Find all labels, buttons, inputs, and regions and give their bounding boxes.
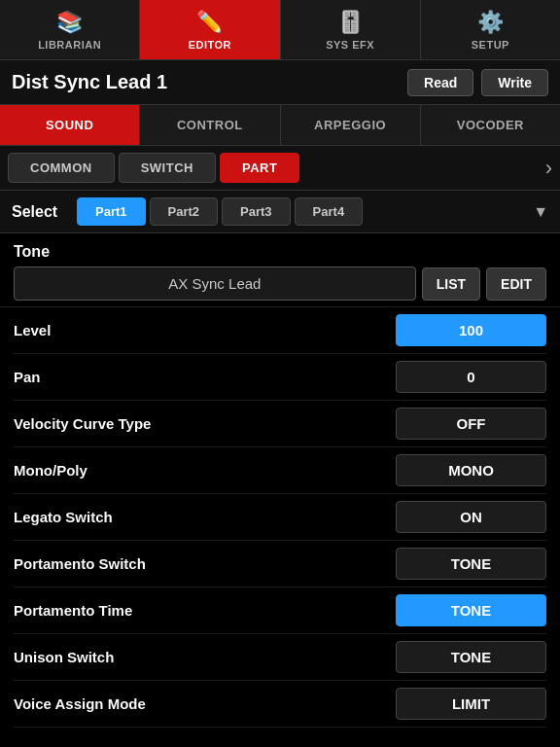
tab-vocoder[interactable]: VOCODER (421, 105, 560, 145)
param-name-legato-switch: Legato Switch (14, 509, 396, 525)
nav-setup-label: SETUP (472, 39, 509, 51)
nav-librarian-label: LIBRARIAN (38, 39, 101, 51)
subtab-common[interactable]: COMMON (8, 153, 115, 183)
param-name-unison-switch: Unison Switch (14, 649, 396, 665)
param-name-mono-poly: Mono/Poly (14, 462, 396, 479)
subtab-switch[interactable]: SWITCH (119, 153, 216, 183)
param-row-portamento-switch: Portamento SwitchTONE (14, 541, 546, 587)
write-button[interactable]: Write (481, 69, 548, 96)
patch-title: Dist Sync Lead 1 (12, 71, 400, 93)
param-row-level: Level100 (14, 307, 546, 354)
param-row-unison-switch: Unison SwitchTONE (14, 634, 546, 681)
tone-section: Tone LIST EDIT (0, 233, 560, 307)
nav-librarian[interactable]: 📚 LIBRARIAN (0, 0, 140, 59)
param-row-pan: Pan0 (14, 354, 546, 401)
nav-sysefx[interactable]: 🎚️ SYS EFX (281, 0, 421, 59)
part-dropdown-icon[interactable]: ▼ (533, 203, 548, 221)
param-value-legato-switch[interactable]: ON (396, 501, 546, 533)
tab-sound[interactable]: SOUND (0, 105, 140, 145)
param-name-portamento-switch: Portamento Switch (14, 555, 396, 572)
param-row-voice-assign-mode: Voice Assign ModeLIMIT (14, 681, 546, 728)
param-name-portamento-time: Portamento Time (14, 602, 396, 619)
header-bar: Dist Sync Lead 1 Read Write (0, 60, 560, 105)
read-button[interactable]: Read (407, 69, 473, 96)
subtab-part[interactable]: PART (220, 153, 299, 183)
param-row-mono-poly: Mono/PolyMONO (14, 447, 546, 494)
tab-arpeggio[interactable]: ARPEGGIO (281, 105, 421, 145)
tone-list-button[interactable]: LIST (422, 267, 480, 301)
part4-button[interactable]: Part4 (295, 197, 364, 226)
param-row-portamento-time: Portamento TimeTONE (14, 587, 546, 634)
librarian-icon: 📚 (56, 10, 83, 35)
param-name-voice-assign-mode: Voice Assign Mode (14, 695, 396, 712)
nav-setup[interactable]: ⚙️ SETUP (421, 0, 560, 59)
tone-edit-button[interactable]: EDIT (486, 267, 546, 301)
setup-icon: ⚙️ (477, 10, 504, 35)
part3-button[interactable]: Part3 (222, 197, 291, 226)
editor-icon: ✏️ (196, 10, 223, 35)
tab-control[interactable]: CONTROL (140, 105, 280, 145)
part-select-row: Select Part1 Part2 Part3 Part4 ▼ (0, 191, 560, 233)
part2-button[interactable]: Part2 (150, 197, 219, 226)
sysefx-icon: 🎚️ (337, 10, 364, 35)
param-value-mono-poly[interactable]: MONO (396, 454, 546, 486)
param-value-portamento-switch[interactable]: TONE (396, 548, 546, 580)
param-value-velocity-curve-type[interactable]: OFF (396, 408, 546, 440)
top-nav: 📚 LIBRARIAN ✏️ EDITOR 🎚️ SYS EFX ⚙️ SETU… (0, 0, 560, 60)
param-row-legato-switch: Legato SwitchON (14, 494, 546, 541)
nav-sysefx-label: SYS EFX (326, 39, 374, 51)
param-name-level: Level (14, 322, 396, 338)
param-name-velocity-curve-type: Velocity Curve Type (14, 415, 396, 432)
param-row-velocity-curve-type: Velocity Curve TypeOFF (14, 401, 546, 447)
params-list: Level100Pan0Velocity Curve TypeOFFMono/P… (0, 307, 560, 728)
nav-editor[interactable]: ✏️ EDITOR (140, 0, 280, 59)
tone-label: Tone (14, 243, 546, 261)
param-value-pan[interactable]: 0 (396, 361, 546, 393)
tone-input[interactable] (14, 267, 416, 301)
section-tabs: SOUND CONTROL ARPEGGIO VOCODER (0, 105, 560, 146)
param-value-level[interactable]: 100 (396, 314, 546, 346)
nav-editor-label: EDITOR (189, 39, 231, 51)
param-value-voice-assign-mode[interactable]: LIMIT (396, 688, 546, 720)
part1-button[interactable]: Part1 (77, 197, 146, 226)
param-name-pan: Pan (14, 369, 396, 385)
sub-tabs: COMMON SWITCH PART › (0, 146, 560, 191)
part-select-label: Select (12, 203, 65, 221)
subtab-arrow-icon[interactable]: › (545, 156, 552, 181)
param-value-portamento-time[interactable]: TONE (396, 594, 546, 626)
param-value-unison-switch[interactable]: TONE (396, 641, 546, 673)
